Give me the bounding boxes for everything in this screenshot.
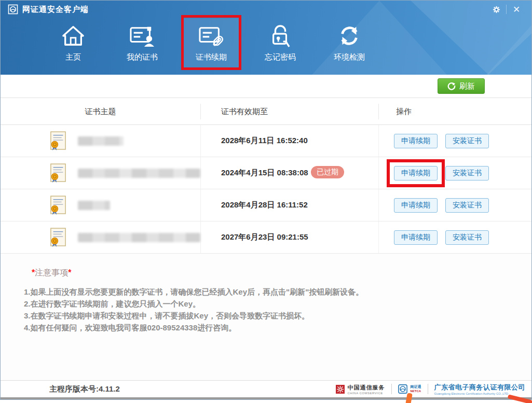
gear-icon [493,6,500,13]
cell-actions: 申请续期 安装证书 [379,157,531,189]
comservice-emblem-icon [336,385,345,394]
toolbar: 刷新 [1,75,531,98]
notes-title: *注意事项* [32,268,508,279]
nav-item-forgot-password[interactable]: 忘记密码 [252,18,309,70]
notes-title-text: 注意事项 [35,268,68,277]
footer-logos: 中国通信服务 CHINA COMSERVICE 网证通 NETCA [336,383,526,395]
cell-actions: 申请续期 安装证书 [379,125,531,157]
table-header: 证书主题 证书有效期至 操作 [1,98,531,125]
subject-redacted [78,136,124,146]
nav-item-my-certificates[interactable]: 我的证书 [114,18,171,70]
certificate-card-person-icon [129,22,155,49]
install-button[interactable]: 安装证书 [445,166,489,180]
table-row: 2028年4月28日 16:11:52 申请续期 安装证书 [1,189,531,221]
cell-actions: 申请续期 安装证书 [379,189,531,221]
close-icon: ✕ [513,4,520,15]
certificate-icon [50,163,66,183]
gdca-logo: 广东省电子商务认证有限公司 Guangdong Electronic Certi… [434,383,526,395]
netca-emblem-icon [398,384,407,394]
cell-actions: 申请续期 安装证书 [379,221,531,253]
cell-subject [1,157,201,189]
screenshot-root: 网证通安全客户端 ✕ [0,0,532,403]
note-item: 3.在数字证书续期申请和安装过程中，请不要插拔Key，否则会导致数字证书损坏。 [24,310,508,322]
certificate-icon [50,196,66,215]
nav-label: 环境检测 [334,52,365,62]
nav-item-certificate-renewal[interactable]: 证书续期 [183,18,240,70]
column-header-subject: 证书主题 [1,104,201,119]
subject-redacted [78,233,200,242]
note-item: 1.如果上面没有显示您要更新的数字证书，请确保您已经插入Key后，再点击"刷新"… [24,286,508,298]
expired-badge: 已过期 [311,166,344,178]
install-button[interactable]: 安装证书 [445,198,489,213]
settings-button[interactable] [486,2,506,17]
asterisk: * [68,268,71,277]
titlebar: 网证通安全客户端 ✕ [1,1,531,18]
cell-valid-until: 2028年6月11日 16:52:40 [201,125,379,157]
table-row: 2024年4月15日 08:38:08 已过期 申请续期 安装证书 [1,157,531,189]
comservice-logo: 中国通信服务 CHINA COMSERVICE [336,384,385,395]
nav-label: 证书续期 [196,52,227,62]
subject-redacted [78,201,110,210]
refresh-label: 刷新 [459,81,475,91]
netca-logo: 网证通 NETCA [398,384,421,394]
footer: 主程序版本号:4.11.2 中国通信服务 C [1,380,531,397]
certificate-icon [50,131,66,151]
renew-button[interactable]: 申请续期 [394,166,438,180]
lock-wrench-icon [269,22,291,49]
cell-subject [1,125,201,157]
cell-valid-until: 2024年4月15日 08:38:08 已过期 [201,157,379,189]
window-title: 网证通安全客户端 [22,5,89,15]
comservice-name-en: CHINA COMSERVICE [348,392,385,395]
table-row: 2028年6月11日 16:52:40 申请续期 安装证书 [1,125,531,157]
app-window: 网证通安全客户端 ✕ [0,0,532,400]
table-row: 2027年6月23日 09:21:55 申请续期 安装证书 [1,221,531,254]
netca-name-zh: 网证通 [411,385,421,389]
certificate-icon [50,228,66,247]
valid-until-date: 2024年4月15日 08:38:08 [221,168,308,178]
main-nav: 主页 我的证书 [1,18,531,70]
refresh-cycle-icon [337,22,361,49]
nav-label: 我的证书 [127,52,158,62]
refresh-icon [447,82,456,90]
version-label: 主程序版本号:4.11.2 [49,384,120,394]
nav-label: 忘记密码 [265,52,296,62]
gdca-name-zh: 广东省电子商务认证有限公司 [434,383,526,392]
install-button[interactable]: 安装证书 [445,230,489,245]
footer-divider [391,384,392,394]
notes-section: *注意事项* 1.如果上面没有显示您要更新的数字证书，请确保您已经插入Key后，… [1,254,531,382]
valid-until-date: 2028年6月11日 16:52:40 [221,136,308,146]
window-bottom-edge [1,397,531,399]
install-button[interactable]: 安装证书 [445,134,489,148]
column-header-actions: 操作 [379,104,531,119]
cell-valid-until: 2028年4月28日 16:11:52 [201,189,379,221]
renew-button[interactable]: 申请续期 [394,230,438,245]
netca-name-en: NETCA [411,389,421,393]
app-logo-icon [8,4,18,15]
nav-label: 主页 [65,52,81,62]
note-item: 2.在进行数字证书续期前，建议您只插入一个Key。 [24,298,508,310]
home-icon [61,22,85,49]
nav-item-environment-check[interactable]: 环境检测 [321,18,378,70]
valid-until-date: 2027年6月23日 09:21:55 [221,232,308,242]
comservice-name-zh: 中国通信服务 [348,384,385,392]
note-item: 4.如有任何疑问，欢迎致电我司客服020-89524338进行咨询。 [24,322,508,333]
nav-item-home[interactable]: 主页 [45,18,102,70]
renew-button[interactable]: 申请续期 [394,134,438,148]
valid-until-date: 2028年4月28日 16:11:52 [221,200,308,210]
close-button[interactable]: ✕ [507,2,526,17]
refresh-button[interactable]: 刷新 [438,78,485,94]
footer-divider [428,384,428,394]
cell-subject [1,221,201,253]
cell-subject [1,189,201,221]
renew-button[interactable]: 申请续期 [394,198,438,213]
cell-valid-until: 2027年6月23日 09:21:55 [201,221,379,253]
column-header-valid-until: 证书有效期至 [201,104,379,119]
subject-redacted [78,169,200,178]
certificate-paperclip-icon [198,22,224,49]
header: 网证通安全客户端 ✕ [1,1,531,75]
